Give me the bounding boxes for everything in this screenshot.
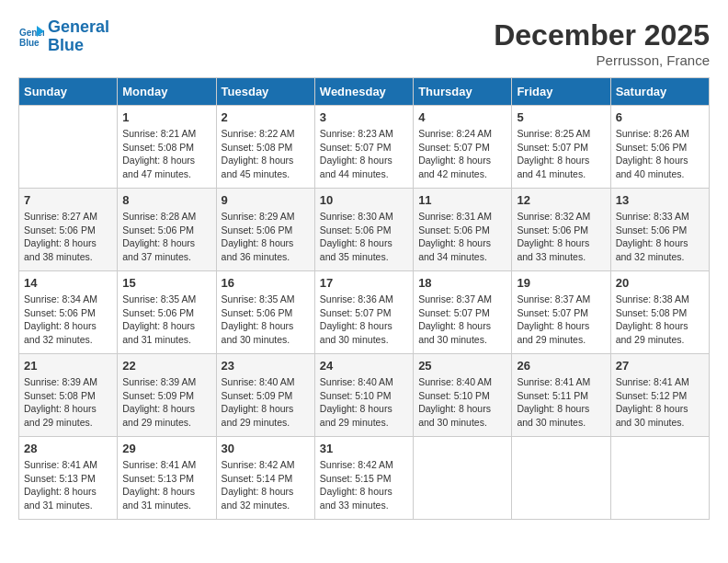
day-info: Sunrise: 8:35 AMSunset: 5:06 PMDaylight:… — [122, 293, 210, 347]
day-info: Sunrise: 8:34 AMSunset: 5:06 PMDaylight:… — [24, 293, 112, 347]
calendar-cell: 29Sunrise: 8:41 AMSunset: 5:13 PMDayligh… — [118, 437, 216, 520]
day-info: Sunrise: 8:32 AMSunset: 5:06 PMDaylight:… — [517, 210, 605, 264]
day-number: 14 — [24, 276, 112, 290]
logo-general: General — [48, 17, 109, 36]
calendar-cell: 27Sunrise: 8:41 AMSunset: 5:12 PMDayligh… — [610, 354, 709, 437]
day-number: 18 — [418, 276, 506, 290]
calendar-cell: 18Sunrise: 8:37 AMSunset: 5:07 PMDayligh… — [414, 271, 512, 354]
logo-text: General Blue — [48, 18, 109, 55]
day-info: Sunrise: 8:42 AMSunset: 5:15 PMDaylight:… — [320, 458, 408, 512]
location: Perrusson, France — [494, 52, 710, 68]
title-block: December 2025 Perrusson, France — [494, 18, 710, 68]
day-number: 3 — [320, 110, 408, 124]
day-number: 24 — [320, 359, 408, 373]
weekday-header-wednesday: Wednesday — [314, 78, 413, 106]
day-info: Sunrise: 8:39 AMSunset: 5:08 PMDaylight:… — [24, 375, 112, 430]
calendar-table: SundayMondayTuesdayWednesdayThursdayFrid… — [18, 77, 710, 520]
day-number: 26 — [517, 359, 605, 373]
day-info: Sunrise: 8:31 AMSunset: 5:06 PMDaylight:… — [418, 210, 506, 264]
logo-blue: Blue — [48, 36, 84, 54]
calendar-cell: 4Sunrise: 8:24 AMSunset: 5:07 PMDaylight… — [414, 106, 512, 189]
calendar-cell: 25Sunrise: 8:40 AMSunset: 5:10 PMDayligh… — [414, 354, 512, 437]
calendar-cell: 12Sunrise: 8:32 AMSunset: 5:06 PMDayligh… — [512, 189, 610, 271]
calendar-cell: 24Sunrise: 8:40 AMSunset: 5:10 PMDayligh… — [314, 354, 413, 437]
day-number: 23 — [222, 359, 310, 373]
calendar-week-4: 21Sunrise: 8:39 AMSunset: 5:08 PMDayligh… — [19, 354, 710, 437]
day-info: Sunrise: 8:40 AMSunset: 5:10 PMDaylight:… — [418, 375, 506, 430]
calendar-cell — [512, 437, 610, 520]
calendar-cell: 22Sunrise: 8:39 AMSunset: 5:09 PMDayligh… — [118, 354, 216, 437]
day-info: Sunrise: 8:33 AMSunset: 5:06 PMDaylight:… — [616, 210, 704, 264]
day-info: Sunrise: 8:35 AMSunset: 5:06 PMDaylight:… — [222, 293, 310, 347]
day-info: Sunrise: 8:41 AMSunset: 5:12 PMDaylight:… — [616, 375, 704, 430]
day-info: Sunrise: 8:39 AMSunset: 5:09 PMDaylight:… — [122, 375, 210, 430]
day-number: 7 — [24, 193, 112, 207]
day-info: Sunrise: 8:42 AMSunset: 5:14 PMDaylight:… — [222, 458, 310, 512]
calendar-cell: 8Sunrise: 8:28 AMSunset: 5:06 PMDaylight… — [118, 189, 216, 271]
day-info: Sunrise: 8:29 AMSunset: 5:06 PMDaylight:… — [222, 210, 310, 264]
day-info: Sunrise: 8:28 AMSunset: 5:06 PMDaylight:… — [122, 210, 210, 264]
day-number: 25 — [418, 359, 506, 373]
day-info: Sunrise: 8:25 AMSunset: 5:07 PMDaylight:… — [517, 127, 605, 181]
day-info: Sunrise: 8:40 AMSunset: 5:10 PMDaylight:… — [320, 375, 408, 430]
calendar-cell: 28Sunrise: 8:41 AMSunset: 5:13 PMDayligh… — [19, 437, 118, 520]
day-number: 12 — [517, 193, 605, 207]
day-number: 11 — [418, 193, 506, 207]
day-number: 19 — [517, 276, 605, 290]
page-header: General Blue General Blue December 2025 … — [18, 18, 710, 68]
calendar-cell — [414, 437, 512, 520]
calendar-cell: 11Sunrise: 8:31 AMSunset: 5:06 PMDayligh… — [414, 189, 512, 271]
day-info: Sunrise: 8:23 AMSunset: 5:07 PMDaylight:… — [320, 127, 408, 181]
day-number: 27 — [616, 359, 704, 373]
day-number: 17 — [320, 276, 408, 290]
calendar-header: SundayMondayTuesdayWednesdayThursdayFrid… — [19, 78, 710, 106]
day-number: 13 — [616, 193, 704, 207]
day-number: 29 — [122, 442, 210, 455]
calendar-cell — [19, 106, 118, 189]
day-info: Sunrise: 8:30 AMSunset: 5:06 PMDaylight:… — [320, 210, 408, 264]
calendar-cell: 30Sunrise: 8:42 AMSunset: 5:14 PMDayligh… — [216, 437, 314, 520]
calendar-cell: 21Sunrise: 8:39 AMSunset: 5:08 PMDayligh… — [19, 354, 118, 437]
calendar-body: 1Sunrise: 8:21 AMSunset: 5:08 PMDaylight… — [19, 106, 710, 520]
day-info: Sunrise: 8:40 AMSunset: 5:09 PMDaylight:… — [222, 375, 310, 430]
weekday-header-thursday: Thursday — [414, 78, 512, 106]
day-info: Sunrise: 8:26 AMSunset: 5:06 PMDaylight:… — [616, 127, 704, 181]
weekday-header-monday: Monday — [118, 78, 216, 106]
logo-icon: General Blue — [18, 24, 44, 50]
day-info: Sunrise: 8:37 AMSunset: 5:07 PMDaylight:… — [517, 293, 605, 347]
calendar-cell: 14Sunrise: 8:34 AMSunset: 5:06 PMDayligh… — [19, 271, 118, 354]
calendar-cell: 20Sunrise: 8:38 AMSunset: 5:08 PMDayligh… — [610, 271, 709, 354]
calendar-cell: 15Sunrise: 8:35 AMSunset: 5:06 PMDayligh… — [118, 271, 216, 354]
day-number: 10 — [320, 193, 408, 207]
calendar-cell: 2Sunrise: 8:22 AMSunset: 5:08 PMDaylight… — [216, 106, 314, 189]
calendar-cell: 7Sunrise: 8:27 AMSunset: 5:06 PMDaylight… — [19, 189, 118, 271]
day-number: 1 — [122, 110, 210, 124]
weekday-header-saturday: Saturday — [610, 78, 709, 106]
day-info: Sunrise: 8:36 AMSunset: 5:07 PMDaylight:… — [320, 293, 408, 347]
weekday-header-friday: Friday — [512, 78, 610, 106]
calendar-cell: 3Sunrise: 8:23 AMSunset: 5:07 PMDaylight… — [314, 106, 413, 189]
calendar-week-3: 14Sunrise: 8:34 AMSunset: 5:06 PMDayligh… — [19, 271, 710, 354]
day-number: 30 — [222, 442, 310, 455]
day-number: 16 — [222, 276, 310, 290]
calendar-cell: 13Sunrise: 8:33 AMSunset: 5:06 PMDayligh… — [610, 189, 709, 271]
day-number: 21 — [24, 359, 112, 373]
day-number: 5 — [517, 110, 605, 124]
calendar-week-1: 1Sunrise: 8:21 AMSunset: 5:08 PMDaylight… — [19, 106, 710, 189]
calendar-cell: 5Sunrise: 8:25 AMSunset: 5:07 PMDaylight… — [512, 106, 610, 189]
calendar-cell: 10Sunrise: 8:30 AMSunset: 5:06 PMDayligh… — [314, 189, 413, 271]
day-number: 31 — [320, 442, 408, 455]
calendar-cell: 1Sunrise: 8:21 AMSunset: 5:08 PMDaylight… — [118, 106, 216, 189]
day-number: 6 — [616, 110, 704, 124]
day-number: 22 — [122, 359, 210, 373]
day-info: Sunrise: 8:37 AMSunset: 5:07 PMDaylight:… — [418, 293, 506, 347]
logo: General Blue General Blue — [18, 18, 109, 55]
weekday-header-sunday: Sunday — [19, 78, 118, 106]
day-info: Sunrise: 8:21 AMSunset: 5:08 PMDaylight:… — [122, 127, 210, 181]
day-info: Sunrise: 8:41 AMSunset: 5:11 PMDaylight:… — [517, 375, 605, 430]
day-number: 20 — [616, 276, 704, 290]
calendar-cell: 9Sunrise: 8:29 AMSunset: 5:06 PMDaylight… — [216, 189, 314, 271]
month-title: December 2025 — [494, 18, 710, 52]
day-number: 4 — [418, 110, 506, 124]
day-info: Sunrise: 8:27 AMSunset: 5:06 PMDaylight:… — [24, 210, 112, 264]
